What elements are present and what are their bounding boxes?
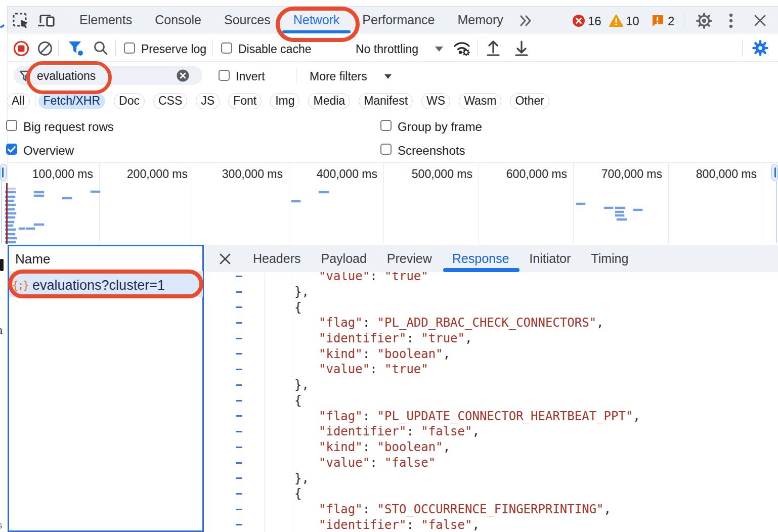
timeline-label: 400,000 ms <box>296 167 377 181</box>
detail-tab[interactable]: Timing <box>591 245 628 272</box>
issues-badge-icon[interactable] <box>651 14 664 27</box>
clear-network-log-icon[interactable] <box>37 41 53 56</box>
toolbar-divider <box>296 68 296 83</box>
response-line: { <box>294 486 301 502</box>
gutter-line-marker <box>236 447 242 448</box>
network-conditions-icon[interactable] <box>453 39 471 57</box>
import-har-icon[interactable] <box>486 39 501 57</box>
main-tab[interactable]: Performance <box>362 6 435 33</box>
gutter-line-marker <box>236 291 242 293</box>
toolbar-divider <box>212 40 212 56</box>
page-fragment <box>0 259 4 271</box>
issues-count[interactable]: 2 <box>668 14 674 28</box>
timeline-label: 300,000 ms <box>202 167 283 181</box>
invert-label: Invert <box>236 70 265 83</box>
inspect-element-icon[interactable] <box>12 12 30 30</box>
detail-tab[interactable]: Headers <box>253 245 301 272</box>
network-options-bar <box>7 113 778 163</box>
load-event-line <box>6 183 8 244</box>
more-filters-button[interactable]: More filters <box>310 70 367 83</box>
timeline-request-bar <box>26 228 35 230</box>
response-line: "kind": "boolean", <box>319 346 450 362</box>
toolbar-divider <box>65 13 65 26</box>
gutter-line-marker <box>236 369 242 370</box>
timeline-request-bar <box>34 224 44 226</box>
timeline-request-bar <box>34 195 44 197</box>
resource-chip[interactable]: JS <box>196 93 220 109</box>
timeline-request-bar <box>62 197 72 199</box>
more-options-icon[interactable] <box>728 13 733 28</box>
gutter-line-marker <box>236 306 242 308</box>
resource-chip[interactable]: Manifest <box>359 93 413 109</box>
gutter-line-marker <box>236 493 242 495</box>
response-line: "value": "true" <box>319 362 428 377</box>
timeline-gridline <box>573 163 574 244</box>
clear-filter-icon[interactable] <box>177 69 189 82</box>
settings-gear-icon[interactable] <box>696 13 712 29</box>
device-toolbar-icon[interactable] <box>37 13 57 29</box>
resource-chip[interactable]: Font <box>228 93 262 109</box>
timeline-label: 600,000 ms <box>486 167 567 181</box>
response-line: "value": "false" <box>319 455 436 471</box>
throttling-select[interactable]: No throttling <box>356 42 418 56</box>
timeline-request-bar <box>576 203 585 205</box>
big-request-rows-checkbox[interactable] <box>6 120 17 131</box>
error-count[interactable]: 16 <box>588 14 601 28</box>
detail-tab[interactable]: Initiator <box>529 245 571 272</box>
resource-chip[interactable]: Wasm <box>459 93 501 109</box>
overview-checkbox[interactable] <box>6 144 17 155</box>
gutter-line-marker <box>236 322 242 324</box>
timeline-request-bar <box>615 214 624 216</box>
preserve-log-checkbox[interactable] <box>124 42 135 54</box>
throttling-caret-icon[interactable] <box>434 46 444 55</box>
overview-left-handle-bar <box>2 167 4 178</box>
group-by-frame-checkbox[interactable] <box>380 120 392 131</box>
resource-chip[interactable]: Media <box>308 93 350 109</box>
resource-chip[interactable]: CSS <box>153 93 187 109</box>
timeline-gridline <box>763 163 763 244</box>
resource-chip[interactable]: Doc <box>114 93 145 109</box>
resource-chip[interactable]: Img <box>270 93 299 109</box>
screenshots-checkbox[interactable] <box>380 144 392 155</box>
network-settings-gear-icon[interactable] <box>752 40 768 56</box>
indent-guide <box>292 272 292 284</box>
request-list-header[interactable]: Name <box>15 251 50 267</box>
main-tab[interactable]: Memory <box>457 6 503 33</box>
more-filters-caret-icon[interactable] <box>383 73 393 82</box>
gutter-line-marker <box>236 276 242 277</box>
invert-checkbox[interactable] <box>219 70 230 81</box>
timeline-gridline <box>289 163 289 244</box>
resource-chip[interactable]: Fetch/XHR <box>38 93 105 109</box>
response-line: "kind": "boolean", <box>319 439 450 455</box>
gutter-line-marker <box>236 384 242 386</box>
response-line: { <box>294 300 301 316</box>
detail-tab[interactable]: Response <box>452 245 509 272</box>
warning-count[interactable]: 10 <box>626 14 639 28</box>
detail-tab[interactable]: Preview <box>387 245 432 272</box>
close-detail-icon[interactable] <box>219 253 231 265</box>
main-tab[interactable]: Sources <box>224 6 271 33</box>
error-badge-icon[interactable] <box>572 14 585 27</box>
main-tab[interactable]: Elements <box>79 6 132 33</box>
more-tabs-icon[interactable] <box>519 15 533 27</box>
timeline-request-bar <box>617 218 627 220</box>
main-tab[interactable]: Console <box>155 6 201 33</box>
resource-chip[interactable]: Other <box>510 93 549 109</box>
timeline-gray-bar <box>8 188 16 190</box>
detail-tab[interactable]: Payload <box>321 245 367 272</box>
export-har-icon[interactable] <box>514 39 529 57</box>
resource-chip[interactable]: WS <box>421 93 450 109</box>
close-devtools-icon[interactable] <box>754 14 766 27</box>
toolbar-divider <box>58 40 59 56</box>
gutter-line-marker <box>236 338 242 339</box>
disable-cache-checkbox[interactable] <box>221 42 232 54</box>
record-network-log-icon[interactable] <box>13 40 29 57</box>
overview-label: Overview <box>23 144 74 158</box>
resource-chips: AllFetch/XHRDocCSSJSFontImgMediaManifest… <box>7 93 549 109</box>
warning-badge-icon[interactable] <box>609 14 623 27</box>
timeline-request-bar <box>615 211 624 213</box>
filter-icon[interactable] <box>67 40 84 57</box>
search-icon[interactable] <box>93 40 108 56</box>
resource-chip[interactable]: All <box>7 93 30 109</box>
timeline-request-bar <box>34 191 44 193</box>
